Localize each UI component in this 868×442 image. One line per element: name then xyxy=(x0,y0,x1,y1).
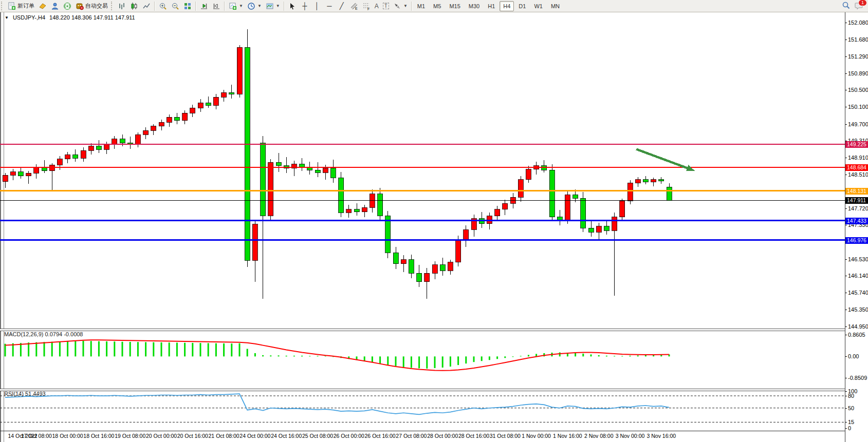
candle-up xyxy=(323,168,328,172)
vertical-line-icon: │ xyxy=(313,2,321,10)
axis-tick-label: 146.140 xyxy=(848,273,868,279)
timeframe-m15[interactable]: M15 xyxy=(446,1,464,11)
candle-up xyxy=(370,194,375,208)
candle-down xyxy=(659,180,664,181)
macd-panel-canvas[interactable] xyxy=(0,331,845,389)
signals-button[interactable] xyxy=(61,1,73,12)
candle-up xyxy=(10,172,15,176)
candle-up xyxy=(104,144,109,149)
axis-tick-mark xyxy=(845,107,847,107)
tile-windows-icon xyxy=(183,2,192,10)
timeframe-m30[interactable]: M30 xyxy=(465,1,483,11)
candle-down xyxy=(588,228,594,232)
rsi-panel-canvas[interactable] xyxy=(0,390,845,431)
axis-tick-mark xyxy=(845,310,847,310)
timeframe-mn[interactable]: MN xyxy=(547,1,563,11)
axis-tick-label: 147.720 xyxy=(848,205,868,212)
auto-trading-button[interactable]: 自动交易 xyxy=(73,1,110,12)
timeframe-m5[interactable]: M5 xyxy=(430,1,445,11)
macd-signal-line xyxy=(5,340,669,370)
line-chart-button[interactable] xyxy=(140,1,153,12)
zoom-out-button[interactable] xyxy=(169,1,181,12)
candlestick-chart-button[interactable] xyxy=(128,1,140,12)
price-axis[interactable]: 152.080151.680151.290150.890150.500150.1… xyxy=(845,12,868,442)
axis-tick-mark xyxy=(845,335,847,335)
dropdown-arrow-icon: ▼ xyxy=(403,4,408,8)
candle-up xyxy=(635,180,640,183)
trendline-tool-button[interactable]: ╱ xyxy=(336,1,348,12)
candle-up xyxy=(526,169,531,180)
trend-arrow-annotation[interactable] xyxy=(636,149,695,171)
text-icon: A xyxy=(375,3,379,10)
cursor-tool-button[interactable] xyxy=(286,1,299,12)
zoom-out-icon xyxy=(171,2,179,10)
auto-scroll-icon xyxy=(200,2,208,10)
channel-icon: E xyxy=(350,2,358,10)
chart-shift-button[interactable] xyxy=(210,1,223,12)
candle-down xyxy=(581,198,586,228)
new-order-icon xyxy=(8,2,16,10)
community-button[interactable] xyxy=(49,1,61,12)
candle-up xyxy=(518,180,523,198)
axis-tick-label: 80 xyxy=(848,393,854,399)
timeframe-h1[interactable]: H1 xyxy=(484,1,498,11)
toolbar-grip xyxy=(1,2,5,10)
candle-up xyxy=(213,97,218,105)
timeframe-m1[interactable]: M1 xyxy=(414,1,429,11)
axis-tick-mark xyxy=(845,56,847,57)
candle-down xyxy=(339,178,344,213)
macd-label: MACD(12,26,9) 0.0794 -0.0008 xyxy=(4,331,83,337)
vertical-line-tool-button[interactable]: │ xyxy=(311,1,323,12)
horizontal-line-tool-button[interactable]: ─ xyxy=(323,1,336,12)
main-chart-canvas[interactable] xyxy=(0,12,845,329)
axis-tick-mark xyxy=(845,378,847,378)
period-dropdown[interactable]: ▼ xyxy=(245,1,264,12)
candle-up xyxy=(65,155,70,159)
timeframe-w1[interactable]: W1 xyxy=(530,1,546,11)
time-axis[interactable]: 14 Oct 202217 Oct 08:0018 Oct 00:0018 Oc… xyxy=(0,431,845,442)
fibonacci-tool-button[interactable]: F xyxy=(360,1,373,12)
timeframe-d1[interactable]: D1 xyxy=(515,1,529,11)
axis-tick-mark xyxy=(845,23,847,23)
axis-tick-label: 145.350 xyxy=(848,306,868,313)
text-label-tool-button[interactable]: T xyxy=(381,1,391,12)
candle-up xyxy=(456,240,461,262)
chart-ohlc-values: 148.220 148.306 147.911 147.911 xyxy=(49,14,135,21)
axis-tick-label: 148.510 xyxy=(848,171,868,178)
text-tool-button[interactable]: A xyxy=(373,1,381,12)
auto-scroll-button[interactable] xyxy=(198,1,210,12)
zoom-in-button[interactable] xyxy=(157,1,169,12)
candle-down xyxy=(73,155,78,158)
axis-tick-mark xyxy=(845,391,847,392)
toolbar-separator xyxy=(154,2,155,11)
collapse-ohlc-icon[interactable]: ▼ xyxy=(5,15,9,20)
new-chart-dropdown[interactable]: ▼ xyxy=(227,1,245,12)
candle-down xyxy=(245,47,250,260)
axis-tick-label: 15 xyxy=(848,419,854,425)
axis-tick-mark xyxy=(845,90,847,90)
candle-up xyxy=(221,92,227,97)
price-alert-button[interactable] xyxy=(36,1,49,12)
notifications-icon[interactable]: 1 xyxy=(855,2,864,11)
new-order-button[interactable]: 新订单 xyxy=(6,1,36,12)
clock-icon xyxy=(247,2,255,10)
arrows-tool-dropdown[interactable]: ▼ xyxy=(391,1,410,12)
main-toolbar: 新订单 自动交易 ▼ ▼ ▼ ┼ │ ─ ╱ E F A T ▼ M1M5M15… xyxy=(0,0,868,12)
template-dropdown[interactable]: ▼ xyxy=(264,1,282,12)
bar-chart-button[interactable] xyxy=(116,1,128,12)
channel-tool-button[interactable]: E xyxy=(348,1,360,12)
axis-tick-mark xyxy=(845,422,847,422)
candle-up xyxy=(190,108,195,113)
axis-tick-label: 0.00 xyxy=(848,353,859,359)
tile-windows-button[interactable] xyxy=(181,1,194,12)
search-icon[interactable] xyxy=(842,1,851,11)
axis-tick-mark xyxy=(845,40,847,40)
timeframe-h4[interactable]: H4 xyxy=(500,1,514,11)
candle-up xyxy=(268,162,273,216)
crosshair-tool-button[interactable]: ┼ xyxy=(299,1,311,12)
candle-up xyxy=(135,134,140,144)
axis-tick-mark xyxy=(845,396,847,396)
candle-up xyxy=(81,150,86,158)
candle-up xyxy=(346,209,352,213)
candle-down xyxy=(378,194,383,216)
